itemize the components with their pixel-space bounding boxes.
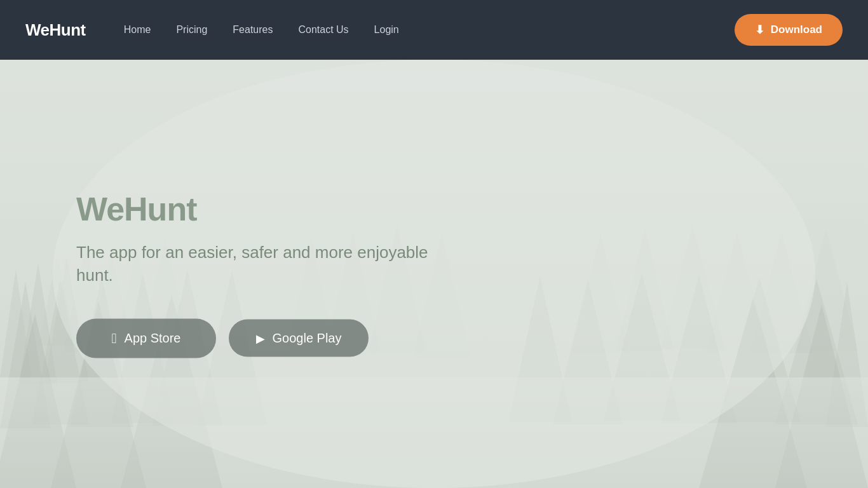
google-play-button[interactable]: ▶ Google Play — [229, 320, 369, 357]
nav-home[interactable]: Home — [124, 24, 151, 36]
play-icon: ▶ — [256, 331, 265, 345]
hero-buttons:  App Store ▶ Google Play — [76, 318, 432, 358]
hero-section: WeHunt The app for an easier, safer and … — [0, 60, 868, 488]
download-icon: ⬇ — [755, 23, 764, 37]
nav-pricing[interactable]: Pricing — [176, 24, 207, 36]
logo[interactable]: WeHunt — [25, 20, 86, 40]
download-button-label: Download — [771, 24, 822, 36]
nav-contact[interactable]: Contact Us — [298, 24, 348, 36]
nav-links: Home Pricing Features Contact Us Login — [124, 24, 735, 36]
download-button[interactable]: ⬇ Download — [735, 14, 843, 46]
hero-title: WeHunt — [76, 190, 432, 228]
navbar: WeHunt Home Pricing Features Contact Us … — [0, 0, 868, 60]
nav-login[interactable]: Login — [374, 24, 399, 36]
hero-subtitle: The app for an easier, safer and more en… — [76, 241, 432, 287]
google-play-label: Google Play — [273, 331, 342, 346]
app-store-button[interactable]:  App Store — [76, 318, 216, 358]
nav-features[interactable]: Features — [233, 24, 273, 36]
apple-icon:  — [112, 330, 117, 346]
app-store-label: App Store — [125, 331, 181, 346]
hero-content: WeHunt The app for an easier, safer and … — [76, 190, 432, 358]
navbar-right: ⬇ Download — [735, 14, 843, 46]
